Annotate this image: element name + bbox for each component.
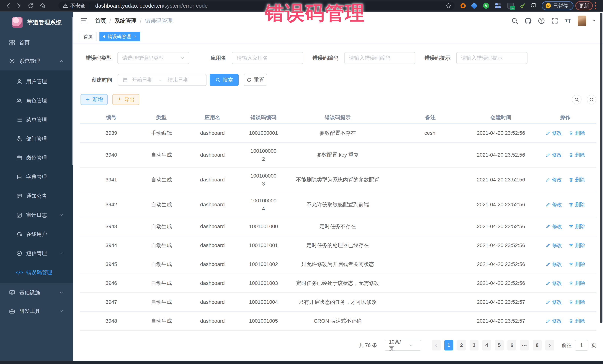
edit-link[interactable]: 修改: [546, 176, 562, 183]
fullscreen-icon[interactable]: [551, 17, 558, 24]
list-on-extension-icon[interactable]: on: [507, 2, 514, 9]
delete-link[interactable]: 删除: [569, 242, 585, 249]
puzzle-extension-icon[interactable]: [530, 2, 537, 9]
edit-link[interactable]: 修改: [546, 261, 562, 268]
delete-link[interactable]: 删除: [569, 261, 585, 268]
key-extension-icon[interactable]: [520, 2, 526, 9]
delete-link[interactable]: 删除: [569, 280, 585, 287]
font-size-icon[interactable]: TT: [564, 17, 572, 24]
sidebar-item-14[interactable]: 研发工具: [0, 302, 73, 320]
goto-page-input[interactable]: [575, 340, 588, 351]
edit-link[interactable]: 修改: [546, 299, 562, 305]
home-icon[interactable]: [39, 2, 46, 9]
delete-link[interactable]: 删除: [569, 201, 585, 208]
export-button[interactable]: 导出: [112, 94, 139, 105]
more-pages-button[interactable]: •••: [520, 340, 529, 351]
show-search-button[interactable]: [572, 95, 581, 104]
sidebar-item-1[interactable]: 系统管理: [0, 52, 73, 70]
sidebar-item-5[interactable]: 部门管理: [0, 129, 73, 148]
sidebar-item-11[interactable]: 短信管理: [0, 244, 73, 263]
date-range-picker[interactable]: 开始日期 - 结束日期: [118, 74, 207, 86]
add-button[interactable]: 新增: [81, 94, 108, 105]
page-button-6[interactable]: 6: [508, 340, 516, 351]
github-icon[interactable]: [524, 17, 532, 24]
page-size-select[interactable]: 10条/页: [385, 340, 421, 351]
orange-extension-icon[interactable]: [460, 2, 466, 9]
sidebar-item-10[interactable]: 在线用户: [0, 225, 73, 244]
hamburger-icon[interactable]: [81, 17, 88, 24]
cell-r7c2: dashboard: [180, 280, 245, 286]
forward-icon[interactable]: [15, 2, 22, 9]
edit-link[interactable]: 修改: [546, 280, 562, 287]
breadcrumb-item-1[interactable]: 系统管理: [114, 17, 137, 25]
sidebar-scrollbar[interactable]: [72, 17, 73, 165]
error-type-select[interactable]: 请选择错误码类型: [117, 52, 189, 64]
sidebar-item-6[interactable]: 岗位管理: [0, 148, 73, 167]
sidebar-item-8[interactable]: 通知公告: [0, 187, 73, 206]
refresh-table-button[interactable]: [587, 95, 596, 104]
page-button-2[interactable]: 2: [457, 340, 466, 351]
search-icon[interactable]: [511, 17, 518, 24]
delete-link[interactable]: 删除: [569, 176, 585, 183]
bookmark-star-icon[interactable]: [445, 2, 452, 9]
error-type-label: 错误码类型: [86, 55, 112, 62]
breadcrumb-separator: /: [140, 18, 141, 24]
sidebar-item-12[interactable]: </>错误码管理: [0, 263, 73, 282]
prev-page-button[interactable]: [432, 340, 441, 351]
blue-gem-extension-icon[interactable]: [471, 2, 477, 9]
edit-link[interactable]: 修改: [546, 130, 562, 136]
delete-link[interactable]: 删除: [569, 130, 585, 136]
browser-update-button[interactable]: 更新: [575, 1, 593, 10]
tag-0[interactable]: 首页: [80, 32, 96, 41]
close-icon[interactable]: ×: [134, 34, 136, 39]
browser-menu-icon[interactable]: [595, 2, 596, 9]
page-button-5[interactable]: 5: [495, 340, 504, 351]
date-start-placeholder: 开始日期: [132, 76, 152, 83]
edit-link[interactable]: 修改: [546, 152, 562, 158]
breadcrumb-item-0[interactable]: 首页: [95, 17, 106, 25]
page-button-8[interactable]: 8: [533, 340, 542, 351]
sidebar-item-7[interactable]: 字典管理: [0, 167, 73, 187]
column-header-4: 错误码提示: [282, 114, 393, 121]
address-bar[interactable]: 不安全 | dashboard.yudao.iocoder.cn/system/…: [58, 1, 454, 10]
sidebar-item-0[interactable]: 首页: [0, 33, 73, 52]
profile-paused-badge[interactable]: 已暂停: [542, 1, 573, 10]
help-icon[interactable]: [538, 17, 545, 24]
sidebar-item-3[interactable]: 角色管理: [0, 91, 73, 110]
page-button-3[interactable]: 3: [470, 340, 478, 351]
pencil-icon: [546, 281, 550, 286]
reload-icon[interactable]: [27, 2, 34, 9]
back-icon[interactable]: [5, 2, 12, 9]
trash-icon: [569, 262, 573, 267]
sidebar-item-9[interactable]: 审计日志: [0, 206, 73, 225]
page-button-4[interactable]: 4: [482, 340, 491, 351]
edit-link[interactable]: 修改: [546, 318, 562, 324]
delete-link[interactable]: 删除: [569, 318, 585, 324]
chevron-down-icon: [59, 309, 64, 314]
chevron-right-icon: [547, 343, 552, 348]
next-page-button[interactable]: [545, 340, 554, 351]
error-code-input[interactable]: [344, 52, 416, 64]
search-button[interactable]: 搜索: [210, 74, 239, 86]
user-avatar[interactable]: [578, 16, 586, 26]
chevron-down-icon[interactable]: [592, 19, 596, 23]
sidebar-item-4[interactable]: 菜单管理: [0, 110, 73, 129]
edit-link[interactable]: 修改: [546, 223, 562, 230]
sidebar-item-2[interactable]: 用户管理: [0, 72, 73, 91]
error-message-input[interactable]: [456, 52, 527, 64]
delete-link[interactable]: 删除: [569, 299, 585, 305]
edit-link[interactable]: 修改: [546, 242, 562, 249]
tag-1[interactable]: 错误码管理×: [99, 32, 140, 41]
delete-link[interactable]: 删除: [569, 223, 585, 230]
grid-extension-icon[interactable]: [495, 2, 501, 9]
edit-link[interactable]: 修改: [546, 201, 562, 208]
cell-r0c1: 手动编辑: [143, 130, 180, 137]
app-name-input[interactable]: [232, 52, 303, 64]
delete-link[interactable]: 删除: [569, 152, 585, 158]
sidebar-item-13[interactable]: 基础设施: [0, 283, 73, 302]
page-scrollbar[interactable]: [600, 13, 603, 323]
green-v-extension-icon[interactable]: V: [483, 2, 489, 9]
page-button-1[interactable]: 1: [444, 340, 453, 351]
app-logo[interactable]: 芋道管理系统: [0, 11, 73, 33]
reset-button[interactable]: 重置: [244, 74, 267, 86]
